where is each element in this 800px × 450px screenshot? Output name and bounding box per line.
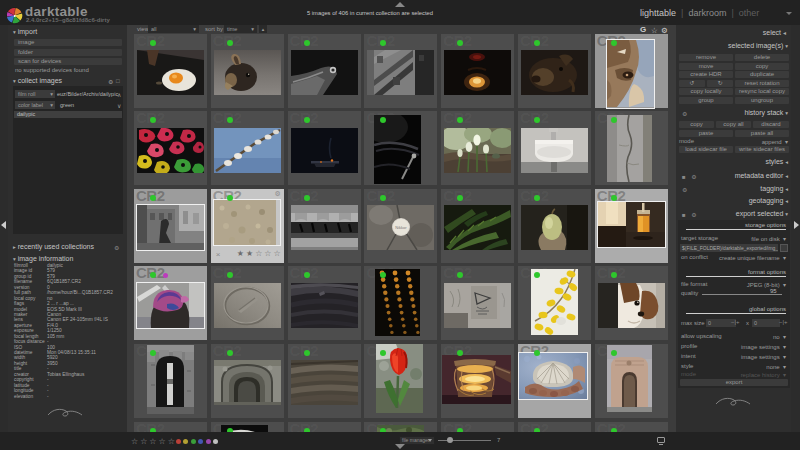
svg-text:Nikkor: Nikkor: [396, 225, 408, 230]
